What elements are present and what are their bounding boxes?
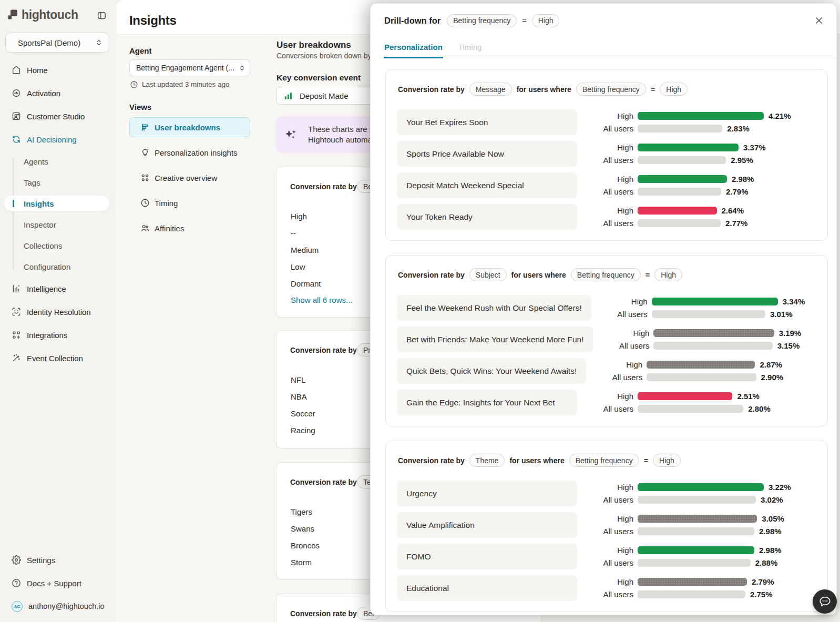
- sidebar-subitem-agents[interactable]: Agents: [0, 151, 117, 172]
- primary-bar-line: High3.19%: [593, 329, 816, 337]
- drilldown-row: Your Token ReadyHigh2.64%All users2.77%: [397, 204, 816, 230]
- primary-value: 4.21%: [769, 111, 791, 120]
- baseline-value: 2.75%: [750, 590, 773, 599]
- avatar: AC: [12, 601, 23, 612]
- sidebar-item-ai-decisioning[interactable]: AI Decisioning: [0, 128, 117, 151]
- baseline-value: 2.79%: [726, 187, 749, 196]
- sidebar-nav: HomeActivationCustomer StudioAI Decision…: [0, 58, 117, 370]
- row-bars: High2.79%All users2.75%: [577, 578, 816, 598]
- sidebar-subitem-label: Inspector: [24, 220, 56, 229]
- drilldown-row: Sports Price Available NowHigh3.37%All u…: [397, 141, 816, 167]
- primary-value: 3.22%: [769, 483, 791, 492]
- primary-bar-line: High2.98%: [577, 175, 816, 183]
- baseline-bar: [638, 405, 743, 413]
- primary-value: 3.05%: [762, 514, 784, 523]
- view-item-user-breakdowns[interactable]: User breakdowns: [129, 117, 250, 137]
- primary-bar: [653, 329, 774, 337]
- last-updated-text: Last updated 3 minutes ago: [142, 80, 230, 88]
- sidebar-collapse-icon[interactable]: [97, 11, 106, 20]
- intelligence-icon: [12, 284, 21, 293]
- sidebar-item-settings[interactable]: Settings: [0, 548, 117, 572]
- drawer-tab-personalization[interactable]: Personalization: [384, 37, 443, 58]
- sidebar-item-label: Event Collection: [27, 354, 83, 363]
- primary-series-label: High: [577, 392, 633, 401]
- view-item-label: Affinities: [155, 224, 184, 233]
- card-title-text: Conversion rate by: [290, 346, 357, 354]
- baseline-value: 2.88%: [755, 558, 778, 567]
- workspace-selector[interactable]: SportsPal (Demo): [5, 33, 109, 53]
- equals-sign: =: [644, 456, 648, 465]
- drill-down-drawer: Drill-down for Betting frequency = High …: [370, 3, 837, 615]
- sidebar-item-docs-support[interactable]: Docs + Support: [0, 572, 117, 595]
- card-title: Conversion rate byThemefor users whereBe…: [398, 454, 816, 467]
- row-bars: High2.98%All users2.79%: [577, 175, 816, 196]
- card-title-prefix: Conversion rate by: [398, 271, 465, 279]
- sidebar-item-label: Settings: [27, 556, 55, 565]
- sidebar-item-customer-studio[interactable]: Customer Studio: [0, 105, 117, 128]
- primary-series-label: High: [591, 297, 648, 306]
- bar-chart-icon: [284, 91, 293, 100]
- chat-widget-button[interactable]: [813, 589, 837, 614]
- primary-bar: [638, 515, 757, 523]
- sidebar-item-integrations[interactable]: Integrations: [0, 323, 117, 346]
- baseline-bar: [638, 527, 754, 535]
- sidebar-item-label: Integrations: [27, 331, 67, 340]
- sidebar-item-label: Docs + Support: [27, 579, 81, 588]
- row-label: Quick Bets, Quick Wins: Your Weekend Awa…: [397, 358, 586, 384]
- sidebar-item-event-collection[interactable]: Event Collection: [0, 346, 117, 370]
- close-icon[interactable]: [814, 16, 824, 25]
- agent-select[interactable]: Betting Engagement Agent (...: [129, 59, 250, 76]
- primary-series-label: High: [593, 329, 649, 338]
- view-item-timing[interactable]: Timing: [129, 193, 250, 213]
- drilldown-card-theme: Conversion rate byThemefor users whereBe…: [385, 441, 828, 612]
- baseline-bar-line: All users2.98%: [577, 527, 816, 535]
- sidebar-subitem-collections[interactable]: Collections: [0, 235, 117, 256]
- dimension-chip: Theme: [469, 454, 505, 467]
- sidebar-item-activation[interactable]: Activation: [0, 81, 117, 105]
- card-title-text: Conversion rate by: [290, 182, 357, 191]
- sidebar-subitem-insights[interactable]: Insights: [0, 193, 117, 214]
- baseline-bar-line: All users2.79%: [577, 188, 816, 196]
- primary-value: 2.87%: [760, 360, 782, 369]
- row-bars: High3.37%All users2.95%: [577, 144, 816, 164]
- primary-bar: [647, 361, 755, 369]
- selected-subitem-bar: [13, 200, 14, 207]
- primary-bar: [638, 546, 754, 554]
- sidebar-subitem-configuration[interactable]: Configuration: [0, 256, 117, 277]
- sidebar-item-label: Customer Studio: [27, 112, 85, 121]
- filter-chip: Betting frequency: [576, 83, 646, 96]
- drawer-tab-timing[interactable]: Timing: [458, 37, 482, 58]
- primary-series-label: High: [577, 206, 633, 215]
- baseline-value: 2.98%: [759, 527, 782, 536]
- sidebar-item-home[interactable]: Home: [0, 58, 117, 81]
- drawer-tabs: PersonalizationTiming: [384, 37, 836, 58]
- view-item-label: User breakdowns: [155, 123, 220, 132]
- baseline-bar-line: All users3.01%: [591, 310, 816, 318]
- sidebar-item-account[interactable]: AC anthony@hightouch.io: [0, 595, 117, 618]
- equals-sign: =: [646, 271, 650, 279]
- primary-bar-line: High3.22%: [577, 483, 816, 491]
- integrations-icon: [12, 330, 21, 340]
- gear-icon: [12, 555, 21, 565]
- sparkles-icon: [284, 128, 298, 141]
- baseline-bar-line: All users3.15%: [593, 342, 816, 350]
- card-title: Conversion rate byBet: [290, 180, 357, 193]
- row-bars: High3.19%All users3.15%: [593, 329, 816, 350]
- sidebar-item-intelligence[interactable]: Intelligence: [0, 277, 117, 300]
- primary-series-label: High: [577, 111, 633, 120]
- primary-value: 2.51%: [737, 392, 760, 401]
- view-item-creative-overview[interactable]: Creative overview: [129, 168, 250, 188]
- sidebar-subitem-tags[interactable]: Tags: [0, 172, 117, 193]
- sidebar-item-identity-resolution[interactable]: Identity Resolution: [0, 300, 117, 323]
- selected-subitem-pill: [4, 196, 109, 211]
- row-bars: High2.64%All users2.77%: [577, 207, 816, 227]
- view-item-personalization-insights[interactable]: Personalization insights: [129, 142, 250, 162]
- chat-bubble-icon: [818, 595, 832, 609]
- card-title-mid: for users where: [511, 271, 566, 279]
- sidebar-subitem-inspector[interactable]: Inspector: [0, 214, 117, 235]
- primary-bar: [638, 144, 739, 151]
- sidebar-subitem-label: Insights: [24, 199, 54, 208]
- filter-chip: Betting frequency: [571, 268, 641, 281]
- primary-series-label: High: [577, 577, 633, 586]
- view-item-affinities[interactable]: Affinities: [129, 218, 250, 238]
